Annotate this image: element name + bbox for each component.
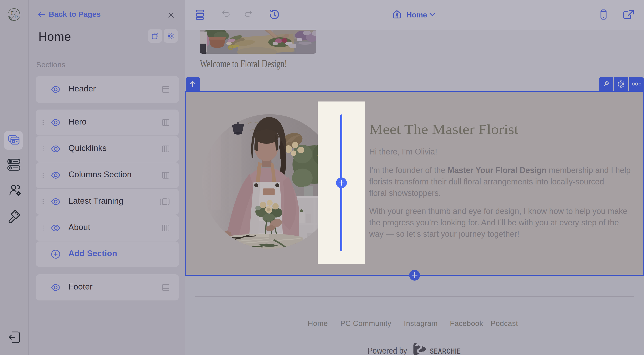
svg-text:F: F (11, 10, 14, 16)
svg-text:D: D (14, 14, 18, 19)
